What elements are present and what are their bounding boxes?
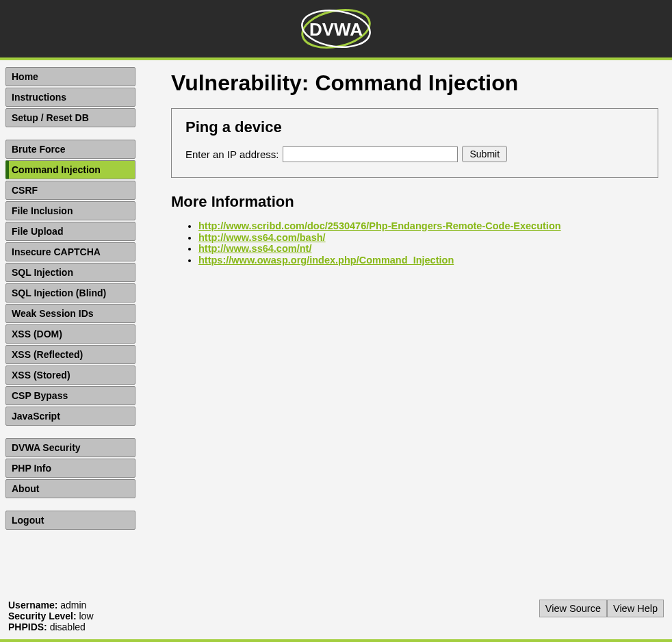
bottom-bar: Username: admin Security Level: low PHPI… <box>0 594 672 639</box>
phpids-value: disabled <box>47 621 86 632</box>
menu-group-config: DVWA Security PHP Info About <box>5 438 142 498</box>
footer: Damn Vulnerable Web Application (DVWA) v… <box>0 639 672 642</box>
sidebar-item-file-upload[interactable]: File Upload <box>5 222 135 241</box>
content-area: Home Instructions Setup / Reset DB Brute… <box>0 60 672 594</box>
info-links-list: http://www.scribd.com/doc/2530476/Php-En… <box>198 220 658 266</box>
view-source-button[interactable]: View Source <box>539 600 607 617</box>
security-level-value: low <box>77 611 94 621</box>
logo: DVWA <box>297 7 376 51</box>
sidebar-item-insecure-captcha[interactable]: Insecure CAPTCHA <box>5 242 135 261</box>
sidebar-item-weak-session-ids[interactable]: Weak Session IDs <box>5 304 135 323</box>
sidebar-item-csp-bypass[interactable]: CSP Bypass <box>5 386 135 405</box>
status-info: Username: admin Security Level: low PHPI… <box>8 600 94 632</box>
view-buttons: View Source View Help <box>539 600 664 617</box>
info-link-scribd[interactable]: http://www.scribd.com/doc/2530476/Php-En… <box>198 220 561 231</box>
sidebar-item-csrf[interactable]: CSRF <box>5 181 135 200</box>
sidebar-item-sql-injection[interactable]: SQL Injection <box>5 263 135 282</box>
main-content: Vulnerability: Command Injection Ping a … <box>147 60 672 594</box>
sidebar-item-php-info[interactable]: PHP Info <box>5 459 135 478</box>
sidebar-item-brute-force[interactable]: Brute Force <box>5 140 135 159</box>
more-info-section: More Information http://www.scribd.com/d… <box>171 193 658 266</box>
sidebar-item-instructions[interactable]: Instructions <box>5 88 135 107</box>
info-link-ss64-bash[interactable]: http://www.ss64.com/bash/ <box>198 232 326 243</box>
sidebar-item-xss-dom[interactable]: XSS (DOM) <box>5 324 135 344</box>
username-label: Username: <box>8 600 57 611</box>
sidebar-item-home[interactable]: Home <box>5 67 135 86</box>
menu-group-logout: Logout <box>5 511 142 530</box>
sidebar-item-xss-reflected[interactable]: XSS (Reflected) <box>5 345 135 364</box>
username-value: admin <box>57 600 86 611</box>
sidebar-item-sql-injection-blind[interactable]: SQL Injection (Blind) <box>5 283 135 303</box>
security-level-label: Security Level: <box>8 611 77 621</box>
form-heading: Ping a device <box>185 118 644 136</box>
info-link-ss64-nt[interactable]: http://www.ss64.com/nt/ <box>198 243 311 254</box>
ping-form-box: Ping a device Enter an IP address: Submi… <box>171 108 658 178</box>
ip-input[interactable] <box>283 146 458 162</box>
phpids-label: PHPIDS: <box>8 621 47 632</box>
sidebar-item-file-inclusion[interactable]: File Inclusion <box>5 201 135 220</box>
menu-group-vulns: Brute Force Command Injection CSRF File … <box>5 140 142 426</box>
sidebar-item-about[interactable]: About <box>5 479 135 498</box>
sidebar-item-command-injection[interactable]: Command Injection <box>5 160 135 179</box>
sidebar-item-xss-stored[interactable]: XSS (Stored) <box>5 365 135 385</box>
page-title: Vulnerability: Command Injection <box>171 70 658 96</box>
sidebar-item-logout[interactable]: Logout <box>5 511 135 530</box>
dvwa-logo-icon: DVWA <box>297 7 376 51</box>
sidebar-item-javascript[interactable]: JavaScript <box>5 407 135 426</box>
submit-button[interactable]: Submit <box>462 146 507 162</box>
info-link-owasp[interactable]: https://www.owasp.org/index.php/Command_… <box>198 255 454 266</box>
sidebar-item-dvwa-security[interactable]: DVWA Security <box>5 438 135 457</box>
svg-text:DVWA: DVWA <box>309 19 363 40</box>
menu-group-main: Home Instructions Setup / Reset DB <box>5 67 142 127</box>
form-row: Enter an IP address: Submit <box>185 146 644 162</box>
sidebar-item-setup[interactable]: Setup / Reset DB <box>5 108 135 127</box>
ip-label: Enter an IP address: <box>185 149 279 160</box>
header: DVWA <box>0 0 672 60</box>
sidebar: Home Instructions Setup / Reset DB Brute… <box>0 60 147 594</box>
view-help-button[interactable]: View Help <box>607 600 664 617</box>
more-info-heading: More Information <box>171 193 658 211</box>
